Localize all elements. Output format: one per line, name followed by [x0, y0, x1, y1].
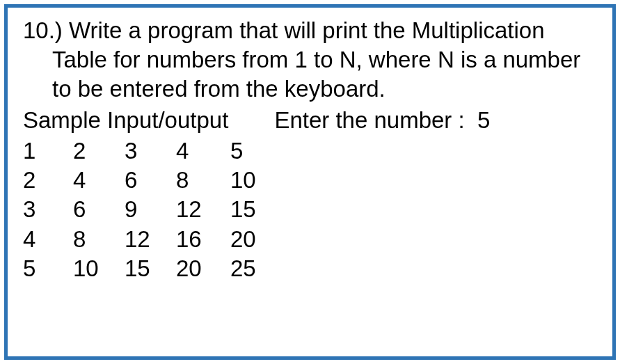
table-cell: 20: [230, 225, 283, 254]
table-cell: 4: [176, 136, 230, 166]
multiplication-table: 1 2 3 4 5 2 4 6 8 10 3 6 9 12 15 4 8 12 …: [23, 136, 283, 283]
table-cell: 6: [125, 166, 176, 195]
problem-box: 10.) Write a program that will print the…: [4, 4, 616, 360]
table-cell: 1: [23, 136, 73, 166]
table-row: 4 8 12 16 20: [23, 225, 283, 254]
table-cell: 6: [73, 195, 125, 224]
table-row: 1 2 3 4 5: [23, 136, 283, 166]
table-cell: 10: [73, 254, 125, 283]
table-cell: 8: [176, 166, 230, 195]
table-cell: 20: [176, 254, 230, 283]
table-cell: 12: [125, 225, 176, 254]
table-cell: 4: [73, 166, 125, 195]
sample-prompt: Enter the number : 5: [274, 106, 490, 135]
table-cell: 3: [125, 136, 176, 166]
table-row: 2 4 6 8 10: [23, 166, 283, 195]
table-cell: 15: [125, 254, 176, 283]
table-row: 5 10 15 20 25: [23, 254, 283, 283]
table-cell: 5: [230, 136, 283, 166]
table-cell: 2: [23, 166, 73, 195]
problem-statement: 10.) Write a program that will print the…: [23, 16, 597, 104]
table-cell: 8: [73, 225, 125, 254]
sample-io-line: Sample Input/output Enter the number : 5: [23, 106, 597, 135]
table-cell: 5: [23, 254, 73, 283]
table-cell: 10: [230, 166, 283, 195]
table-cell: 16: [176, 225, 230, 254]
table-cell: 2: [73, 136, 125, 166]
table-row: 3 6 9 12 15: [23, 195, 283, 224]
table-cell: 12: [176, 195, 230, 224]
table-cell: 25: [230, 254, 283, 283]
table-cell: 9: [125, 195, 176, 224]
table-cell: 15: [230, 195, 283, 224]
table-cell: 4: [23, 225, 73, 254]
sample-label: Sample Input/output: [23, 106, 228, 135]
table-cell: 3: [23, 195, 73, 224]
